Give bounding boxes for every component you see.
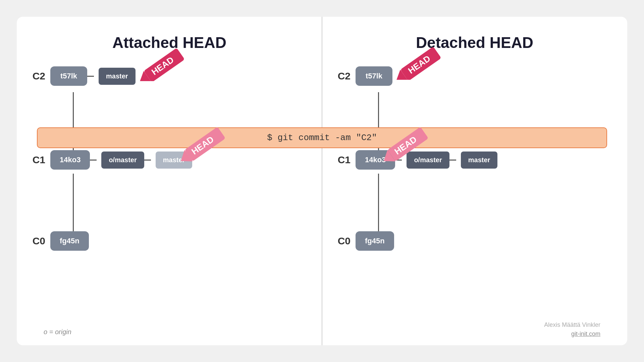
left-c2-node: t57lk: [50, 66, 87, 86]
left-c1-origin-master-tag: o/master: [101, 152, 144, 169]
footer-credit: Alexis Määttä Vinkler git-init.com: [544, 320, 600, 339]
right-c1-connector2: [449, 160, 456, 161]
right-c0-row: C0 fg45n: [356, 231, 394, 251]
left-c2-label: C2: [27, 70, 45, 82]
commit-banner: $ git commit -am "C2": [37, 127, 607, 148]
right-head-arrow-c1: HEAD: [374, 119, 438, 163]
right-panel: Detached HEAD C2 t57lk HEAD C1 14ko3 o/m…: [322, 17, 627, 345]
left-c2-row: C2 t57lk master: [50, 66, 136, 86]
right-c1-master-tag: master: [461, 152, 498, 169]
left-c0-node: fg45n: [50, 231, 89, 251]
left-c0-label: C0: [27, 235, 45, 247]
left-c0-row: C0 fg45n: [50, 231, 89, 251]
right-head-arrow-c2: HEAD: [384, 36, 451, 80]
right-panel-title: Detached HEAD: [342, 34, 607, 52]
right-vert-c1-c0: [378, 174, 379, 232]
left-head-arrow-c1: HEAD: [171, 119, 235, 163]
left-head-arrow-c2: HEAD: [127, 38, 195, 81]
right-c2-label: C2: [332, 70, 351, 82]
main-card: $ git commit -am "C2" Attached HEAD C2 t…: [17, 17, 627, 345]
footer-credit-name: Alexis Määttä Vinkler: [544, 320, 600, 329]
left-c1-label: C1: [27, 154, 45, 166]
footer-credit-link: git-init.com: [544, 329, 600, 339]
left-c1-node: 14ko3: [50, 150, 90, 170]
left-c1-connector2: [144, 160, 151, 161]
left-panel: Attached HEAD C2 t57lk master: [17, 17, 322, 345]
left-vert-c1-c0: [73, 174, 74, 232]
left-c2-connector: [87, 76, 94, 77]
right-c0-node: fg45n: [356, 231, 394, 251]
right-c1-label: C1: [332, 154, 351, 166]
left-c1-connector1: [90, 160, 97, 161]
right-c0-label: C0: [332, 235, 351, 247]
footer-origin-label: o = origin: [44, 328, 71, 336]
commit-command-text: $ git commit -am "C2": [267, 133, 377, 143]
